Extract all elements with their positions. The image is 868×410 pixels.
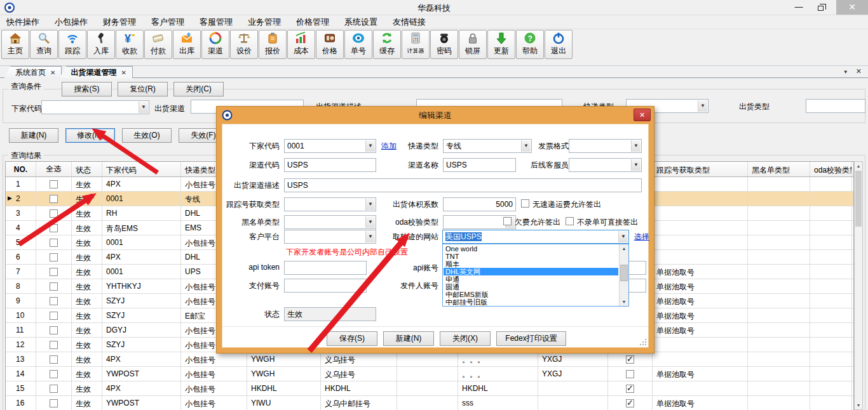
volume-factor-input[interactable]: 5000 xyxy=(443,197,516,211)
row-select-checkbox[interactable] xyxy=(50,239,58,247)
modify-button[interactable]: 修改(M) xyxy=(65,128,115,143)
api-token-input[interactable] xyxy=(284,261,367,275)
row-select-checkbox[interactable] xyxy=(50,224,58,232)
toolbar-update-arrow-button[interactable]: 更新 xyxy=(487,30,515,59)
close-button[interactable]: 关闭(C) xyxy=(173,82,224,96)
save-button[interactable]: 保存(S) xyxy=(327,331,377,346)
row-select-checkbox[interactable] xyxy=(50,282,58,291)
row-select-checkbox[interactable] xyxy=(50,355,58,364)
resize-grip[interactable] xyxy=(640,339,646,345)
row-select-checkbox[interactable] xyxy=(50,370,58,378)
dropdown-item[interactable]: 中邮挂号旧版 xyxy=(444,298,618,305)
toolbar-calculator-button[interactable]: 计算器 xyxy=(402,30,430,59)
toolbar-cache-refresh-button[interactable]: 缓存 xyxy=(373,30,401,59)
dropdown-item[interactable]: DHL英文网 xyxy=(444,268,618,275)
row-select-checkbox[interactable] xyxy=(50,209,58,218)
toolbar-pay-button[interactable]: 付款 xyxy=(144,30,172,59)
table-row[interactable]: 14生效YWPOST小包挂号YWGH义乌挂号。。。YXGJ单据池取号 xyxy=(6,367,853,381)
scroll-up-icon[interactable] xyxy=(855,162,862,170)
row-flag-checkbox[interactable] xyxy=(626,370,634,378)
reset-button[interactable]: 复位(R) xyxy=(118,82,168,96)
no-express-fee-checkbox[interactable] xyxy=(521,199,529,208)
minimize-button[interactable]: — xyxy=(789,0,808,15)
dropdown-item[interactable]: One world xyxy=(444,245,618,253)
track-site-combo[interactable]: 美国USPS xyxy=(442,230,629,244)
supplier-combo[interactable]: 0001 xyxy=(284,139,376,153)
tab-出货渠道管理[interactable]: 出货渠道管理 xyxy=(59,66,132,78)
row-select-checkbox[interactable] xyxy=(50,180,58,188)
dropdown-scrollbar[interactable] xyxy=(619,244,628,306)
tracking-type-combo[interactable] xyxy=(284,197,376,211)
new-button[interactable]: 新建(N) xyxy=(383,331,434,346)
column-header[interactable]: 下家代码 xyxy=(102,162,181,176)
menu-item[interactable]: 客服管理 xyxy=(200,17,233,28)
column-header[interactable]: oda校验类型 xyxy=(810,162,852,176)
no-record-checkbox[interactable] xyxy=(566,217,574,225)
dropdown-item[interactable]: 申通 xyxy=(444,275,618,283)
row-flag-checkbox[interactable] xyxy=(626,355,634,364)
menu-item[interactable]: 小包操作 xyxy=(55,17,88,28)
toolbar-channel-button[interactable]: 渠道 xyxy=(201,30,229,59)
toolbar-price-button[interactable]: 价格 xyxy=(316,30,344,59)
backline-service-combo[interactable] xyxy=(569,158,642,172)
toolbar-home-button[interactable]: 主页 xyxy=(1,30,29,59)
arrears-checkbox[interactable] xyxy=(503,217,512,225)
scrollbar-thumb[interactable] xyxy=(855,171,862,227)
toolbar-receive-payment-button[interactable]: ¥收款 xyxy=(116,30,144,59)
column-header[interactable]: 状态 xyxy=(72,162,102,176)
menu-item[interactable]: 快件操作 xyxy=(6,17,39,28)
search-button[interactable]: 搜索(S) xyxy=(62,82,112,96)
invoice-format-combo[interactable] xyxy=(569,139,642,153)
query-shiptype-input[interactable] xyxy=(806,99,865,113)
enable-button[interactable]: 生效(O) xyxy=(122,128,172,143)
tab-close-icon[interactable] xyxy=(50,69,55,76)
column-header[interactable]: 跟踪号获取类型 xyxy=(653,162,748,176)
toolbar-help-button[interactable]: ?帮助 xyxy=(516,30,544,59)
toolbar-cost-chart-button[interactable]: 成本 xyxy=(287,30,315,59)
dropdown-scroll-up-icon[interactable] xyxy=(620,244,628,253)
select-link[interactable]: 选择 xyxy=(634,232,649,242)
tab-strip-close-icon[interactable] xyxy=(856,67,862,76)
toolbar-tracking-number-eye-button[interactable]: 单号 xyxy=(344,30,372,59)
menu-item[interactable]: 价格管理 xyxy=(296,17,329,28)
row-select-checkbox[interactable] xyxy=(50,399,58,407)
tab-list-dropdown-icon[interactable] xyxy=(843,67,848,76)
row-select-checkbox[interactable] xyxy=(50,341,58,349)
toolbar-inbound-scanner-button[interactable]: 入库 xyxy=(87,30,115,59)
menu-item[interactable]: 系统设置 xyxy=(344,17,377,28)
dropdown-scroll-down-icon[interactable] xyxy=(620,298,628,306)
toolbar-set-price-scales-button[interactable]: 设价 xyxy=(230,30,258,59)
row-select-checkbox[interactable] xyxy=(50,385,58,393)
toolbar-lock-screen-button[interactable]: 锁屏 xyxy=(459,30,487,59)
dropdown-item[interactable]: 中邮EMS新版 xyxy=(444,291,618,298)
table-row[interactable]: 16生效YWPOST小包挂号YIWU义乌中邮挂号sss单据池取号 xyxy=(6,396,853,410)
table-vertical-scrollbar[interactable] xyxy=(854,161,863,410)
row-select-checkbox[interactable] xyxy=(50,297,58,305)
toolbar-search-button[interactable]: 查询 xyxy=(30,30,58,59)
row-select-checkbox[interactable] xyxy=(50,195,58,203)
toolbar-tracking-signal-button[interactable]: 跟踪 xyxy=(58,30,86,59)
restore-button[interactable] xyxy=(811,0,830,15)
toolbar-outbound-mail-button[interactable]: 出库 xyxy=(173,30,201,59)
toolbar-password-button[interactable]: 密码 xyxy=(430,30,458,59)
table-row[interactable]: 13生效4PX小包挂号YWGH义乌挂号。。。YXGJ xyxy=(6,352,853,367)
customer-platform-combo[interactable] xyxy=(284,230,376,244)
row-flag-checkbox[interactable] xyxy=(626,385,634,393)
blacklist-type-combo[interactable] xyxy=(284,215,376,229)
dropdown-scrollbar-thumb[interactable] xyxy=(620,265,628,281)
dialog-close-button[interactable]: ✕ xyxy=(634,109,651,121)
row-select-checkbox[interactable] xyxy=(50,268,58,276)
tab-系统首页[interactable]: 系统首页 xyxy=(4,66,62,78)
dropdown-item[interactable]: TNT xyxy=(444,253,618,260)
dropdown-item[interactable]: 顺丰 xyxy=(444,260,618,268)
menu-item[interactable]: 友情链接 xyxy=(393,17,426,28)
menu-item[interactable]: 财务管理 xyxy=(103,17,136,28)
dropdown-item[interactable]: 圆通 xyxy=(444,283,618,291)
toolbar-quote-notepad-button[interactable]: 报价 xyxy=(259,30,287,59)
row-select-checkbox[interactable] xyxy=(50,326,58,334)
column-header[interactable]: 全选 xyxy=(36,162,72,176)
table-row[interactable]: 15生效4PX小包挂号HKDHLHKDHLHKDHL xyxy=(6,381,853,396)
column-header[interactable]: NO. xyxy=(6,162,36,176)
query-supplier-combo[interactable] xyxy=(41,100,149,114)
row-flag-checkbox[interactable] xyxy=(626,399,634,407)
